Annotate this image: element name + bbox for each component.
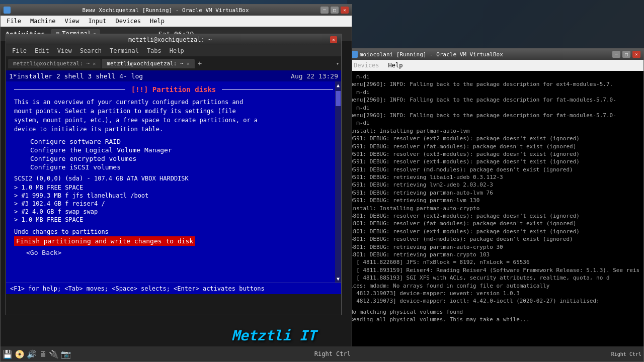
vbox-window-back: moiocolani [Running] - Oracle VM Virtual… xyxy=(347,48,644,362)
vbox-maximize-back[interactable]: □ xyxy=(622,51,630,58)
vbox-close-front[interactable]: ✕ xyxy=(341,7,349,14)
terminal-tabs-bar: metztli@xochiquetzal: ~ ✕ metztli@xochiq… xyxy=(6,56,341,70)
vbox-log-content: : m-di menu[2960]: INFO: Falling back to… xyxy=(348,71,643,346)
log-line: 4801: DEBUG: resolver (fat-modules): pac… xyxy=(350,220,641,227)
vbox-taskbar-back: Right Ctrl xyxy=(348,346,643,361)
vbox-menu-view[interactable]: View xyxy=(60,17,83,26)
terminal-title: metztli@xochiquetzal: ~ xyxy=(10,36,330,43)
vbox-controls-back[interactable]: ─ □ ✕ xyxy=(612,51,640,58)
installer-option-crypto: Configure encrypted volumes xyxy=(30,155,333,162)
terminal-menu-view[interactable]: View xyxy=(54,46,75,55)
vbox-close-back[interactable]: ✕ xyxy=(632,51,640,58)
vbox-menu-machine[interactable]: Machine xyxy=(26,17,60,26)
log-line: install: Installing partman-auto-lvm xyxy=(350,127,641,135)
terminal-menu-search[interactable]: Search xyxy=(77,46,105,55)
log-line: 4801: DEBUG: resolver (md-modules): pack… xyxy=(350,235,641,243)
terminal-tab-2-close[interactable]: ✕ xyxy=(187,61,190,66)
log-line: 4801: DEBUG: retrieving partman-crypto 1… xyxy=(350,251,641,258)
terminal-tab-2-label: metztli@xochiquetzal: ~ xyxy=(107,60,183,67)
vbox-menu-input[interactable]: Input xyxy=(84,17,110,26)
watermark: Metztli IT xyxy=(231,327,316,344)
taskbar-icon-1[interactable]: 💾 xyxy=(3,349,13,359)
log-line: : m-di xyxy=(350,119,641,127)
vbox-window-front: Виии Xochiquetzal [Running] - Oracle VM … xyxy=(0,4,352,362)
log-line: 9591: DEBUG: retrieving libaio1-udeb 0.3… xyxy=(350,173,641,181)
installer-title-bar: [!!] Partition disks xyxy=(14,85,333,94)
log-line: : m-di xyxy=(350,104,641,112)
vbox-title-back: moiocolani [Running] - Oracle VM Virtual… xyxy=(360,51,503,58)
vbox-menubar-back: Devices Help xyxy=(348,60,643,71)
log-line: : m-di xyxy=(350,73,641,80)
installer-content[interactable]: [!!] Partition disks This is an overview… xyxy=(6,81,341,283)
log-line: 9591: DEBUG: resolver (ext3-modules): pa… xyxy=(350,150,641,158)
vbox-minimize-front[interactable]: ─ xyxy=(320,7,329,14)
vbox-titlebar-front: Виии Xochiquetzal [Running] - Oracle VM … xyxy=(1,5,352,16)
vbox-minimize-back[interactable]: ─ xyxy=(612,51,620,58)
log-line: : [ 4811.822608] JFS: nTxBlock = 8192, n… xyxy=(350,258,641,266)
disk-row-2-text: > #1 999.3 MB f jfs tlanelhuatl /boot xyxy=(14,192,148,199)
disk-section: SCSI2 (0,0,0) (sda) - 107.4 GB ATA VBOX … xyxy=(14,175,333,223)
vbox-controls-front[interactable]: ─ □ ✕ xyxy=(320,7,349,14)
disk-row-5: > 1.0 MB FREE SPACE xyxy=(14,216,333,223)
log-line: menu[2960]: INFO: Falling back to the pa… xyxy=(350,80,641,88)
taskbar-icon-5[interactable]: 🔌 xyxy=(49,349,59,359)
installer-scrollbar[interactable]: ▲ ▼ xyxy=(335,81,341,283)
terminal-window: metztli@xochiquetzal: ~ ✕ File Edit View… xyxy=(6,34,342,315)
log-line: 4801: DEBUG: resolver (ext2-modules): pa… xyxy=(350,212,641,220)
log-line: : m-di xyxy=(350,88,641,96)
undo-option[interactable]: Undo changes to partitions xyxy=(14,228,333,235)
vbox-menu-devices-back[interactable]: Devices xyxy=(350,61,383,70)
vbox-menubar-front: File Machine View Input Devices Help xyxy=(1,16,352,27)
vbox-maximize-front[interactable]: □ xyxy=(331,7,339,14)
taskbar-icon-4[interactable]: 🖥 xyxy=(39,349,47,359)
vbox-taskbar-front: 💾 📀 🔊 🖥 🔌 📷 Right Ctrl xyxy=(1,346,353,361)
taskbar-icon-2[interactable]: 📀 xyxy=(15,349,25,359)
vbox-menu-help[interactable]: Help xyxy=(146,17,169,26)
right-ctrl-front: Right Ctrl xyxy=(314,350,351,357)
terminal-menu-file[interactable]: File xyxy=(9,46,30,55)
finish-option[interactable]: Finish partitioning and write changes to… xyxy=(14,236,195,246)
log-line: install: Installing partman-auto-crypto xyxy=(350,205,641,212)
taskbar-icon-6[interactable]: 📷 xyxy=(61,349,71,359)
scroll-thumb[interactable] xyxy=(336,91,341,106)
log-line: Reading all physical volumes. This may t… xyxy=(350,316,641,323)
log-line: 9591: DEBUG: retrieving lvm2-udeb 2.03.0… xyxy=(350,181,641,189)
log-line: ices: mdadm: No arrays found in config f… xyxy=(350,282,641,290)
installer-description: This is an overview of your currently co… xyxy=(14,98,333,134)
terminal-tab-1-close[interactable]: ✕ xyxy=(93,61,96,66)
vbox-menu-file[interactable]: File xyxy=(3,17,25,26)
installer-option-iscsi: Configure iSCSI volumes xyxy=(30,163,333,171)
scroll-down-arrow[interactable]: ▼ xyxy=(336,275,341,283)
taskbar-icon-3[interactable]: 🔊 xyxy=(27,349,37,359)
log-line: 4801: DEBUG: retrieving partman-auto-cry… xyxy=(350,243,641,251)
terminal-menu-tabs[interactable]: Tabs xyxy=(144,46,165,55)
disk-row-4: > #2 4.0 GB f swap swap xyxy=(14,208,333,215)
log-line: 4801: DEBUG: resolver (ext4-modules): pa… xyxy=(350,228,641,235)
tab-add-button[interactable]: + xyxy=(196,59,204,67)
installer-option-raid: Configure software RAID xyxy=(30,138,333,145)
terminal-menu-help[interactable]: Help xyxy=(167,46,187,55)
scroll-up-arrow[interactable]: ▲ xyxy=(336,81,341,89)
installer-option-lvm: Configure the Logical Volume Manager xyxy=(30,146,333,154)
log-line: 9591: DEBUG: resolver (ext2-modules): pa… xyxy=(350,135,641,142)
vbox-menu-help-back[interactable]: Help xyxy=(384,61,407,70)
installer-options: Configure software RAID Configure the Lo… xyxy=(30,138,333,171)
tab-dropdown-button[interactable]: ▾ xyxy=(336,61,339,66)
installer-tab-label: 1*installer 2 shell 3 shell 4- log xyxy=(9,72,143,80)
terminal-close-button[interactable]: ✕ xyxy=(330,36,337,43)
go-back-option[interactable]: <Go Back> xyxy=(26,249,333,256)
vbox-icon-front xyxy=(4,7,11,14)
terminal-tab-2[interactable]: metztli@xochiquetzal: ~ ✕ xyxy=(102,59,194,68)
finish-option-row[interactable]: Finish partitioning and write changes to… xyxy=(14,237,333,245)
installer-title-line-left xyxy=(14,89,125,90)
disk-row-4-text: > #2 4.0 GB f swap swap xyxy=(14,208,98,215)
installer-tab-time: Aug 22 13:29 xyxy=(291,72,338,80)
log-line: 9591: DEBUG: resolver (ext4-modules): pa… xyxy=(350,158,641,165)
vbox-menu-devices[interactable]: Devices xyxy=(112,17,145,26)
installer-statusbar: <F1> for help; <Tab> moves; <Space> sele… xyxy=(6,283,341,294)
terminal-tab-1[interactable]: metztli@xochiquetzal: ~ ✕ xyxy=(8,59,101,68)
installer-tabrow: 1*installer 2 shell 3 shell 4- log Aug 2… xyxy=(6,70,341,81)
terminal-menu-edit[interactable]: Edit xyxy=(32,46,52,55)
vbox-title-front: Виии Xochiquetzal [Running] - Oracle VM … xyxy=(11,7,320,14)
terminal-menu-terminal[interactable]: Terminal xyxy=(107,46,142,55)
